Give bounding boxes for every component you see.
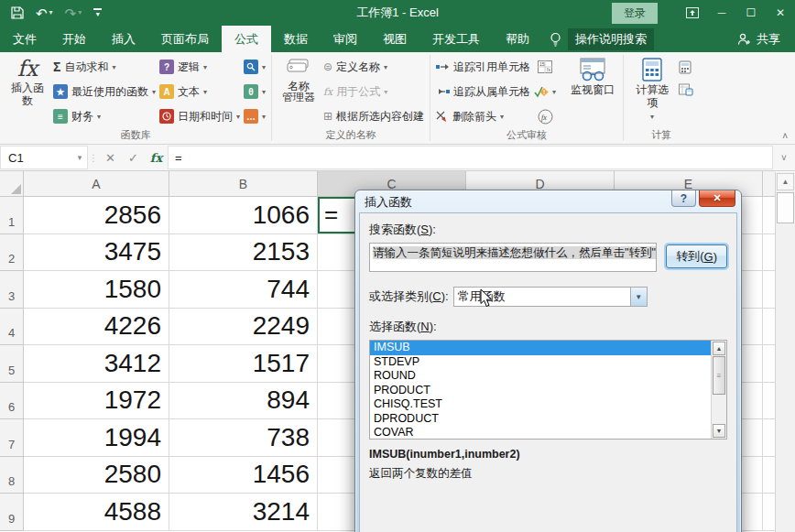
autosum-button[interactable]: Σ自动求和▾ — [53, 56, 156, 78]
sign-in-button[interactable]: 登录 — [612, 3, 658, 24]
row-header-6[interactable]: 6 — [0, 383, 24, 420]
text-button[interactable]: A文本▾ — [159, 81, 240, 103]
cell-a3[interactable]: 1580 — [24, 271, 169, 309]
row-header-2[interactable]: 2 — [0, 234, 24, 272]
error-checking-button[interactable]: !▾ — [534, 81, 556, 103]
show-formulas-button[interactable]: 15fx — [538, 56, 552, 78]
cell-a2[interactable]: 3475 — [24, 234, 169, 272]
go-button[interactable]: 转到(G) — [666, 244, 727, 268]
scroll-up-button[interactable]: ▲ — [777, 173, 794, 190]
list-item-stdevp[interactable]: STDEVP — [370, 355, 711, 370]
insert-function-button[interactable]: fx 插入函数 — [4, 55, 51, 107]
cell-f7[interactable] — [763, 419, 775, 457]
dialog-close-button[interactable]: ✕ — [699, 190, 735, 207]
cell-b7[interactable]: 738 — [169, 419, 318, 457]
ribbon-display-options-button[interactable] — [678, 0, 707, 26]
cell-f3[interactable] — [763, 271, 775, 309]
insert-function-fx-button[interactable]: fx — [145, 145, 168, 170]
tab-review[interactable]: 审阅 — [321, 26, 370, 52]
lookup-reference-button[interactable]: ▾ — [244, 56, 266, 78]
list-item-product[interactable]: PRODUCT — [370, 384, 711, 398]
tab-developer[interactable]: 开发工具 — [419, 26, 493, 52]
select-all-corner[interactable] — [0, 171, 24, 197]
date-time-button[interactable]: 日期和时间▾ — [159, 105, 240, 127]
calculate-now-button[interactable] — [679, 59, 693, 75]
tab-home[interactable]: 开始 — [49, 26, 99, 52]
cell-b6[interactable]: 894 — [169, 383, 318, 420]
row-header-1[interactable]: 1 — [0, 197, 24, 234]
dropdown-arrow-icon[interactable]: ▼ — [630, 288, 647, 306]
logical-button[interactable]: ?逻辑▾ — [159, 56, 240, 78]
listbox-scrollbar-thumb[interactable]: ≡ — [713, 356, 725, 395]
customize-qat-button[interactable]: ▾ — [93, 8, 102, 18]
collapse-ribbon-button[interactable]: ˄ — [782, 131, 788, 141]
calculate-sheet-button[interactable] — [679, 81, 693, 97]
define-name-button[interactable]: ⊜定义名称▾ — [323, 56, 424, 78]
maximize-button[interactable]: ☐ — [736, 0, 766, 26]
tab-view[interactable]: 视图 — [370, 26, 419, 52]
close-button[interactable]: ✕ — [766, 0, 795, 26]
dialog-title-bar[interactable]: 插入函数 ? ✕ — [359, 190, 737, 212]
cell-a1[interactable]: 2856 — [24, 197, 169, 234]
cell-a5[interactable]: 3412 — [24, 345, 169, 383]
cell-b9[interactable]: 3214 — [169, 494, 318, 531]
cell-b3[interactable]: 744 — [169, 271, 318, 309]
create-from-selection-button[interactable]: ⊞根据所选内容创建 — [323, 105, 424, 127]
financial-button[interactable]: ≡财务▾ — [53, 105, 156, 127]
tab-help[interactable]: 帮助 — [493, 26, 542, 52]
minimize-button[interactable]: ─ — [707, 0, 736, 26]
undo-button[interactable]: ↶▾ — [36, 6, 53, 20]
cell-a6[interactable]: 1972 — [24, 383, 169, 420]
scrollbar-thumb[interactable] — [777, 192, 794, 223]
cancel-entry-button[interactable]: ✕ — [99, 145, 122, 170]
vertical-scrollbar[interactable]: ▲ — [775, 172, 795, 532]
listbox-scrollbar[interactable]: ▲ ≡ ▼ — [711, 341, 726, 439]
tell-me-search[interactable]: 操作说明搜索 — [550, 26, 654, 52]
more-functions-button[interactable]: …▾ — [244, 105, 266, 127]
recent-functions-button[interactable]: ★最近使用的函数▾ — [53, 81, 156, 103]
evaluate-formula-button[interactable]: fx — [538, 105, 553, 127]
tab-data[interactable]: 数据 — [271, 26, 321, 52]
list-item-dproduct[interactable]: DPRODUCT — [370, 412, 711, 427]
use-in-formula-button[interactable]: fx用于公式▾ — [323, 81, 424, 103]
trace-precedents-button[interactable]: 追踪引用单元格 — [436, 56, 530, 78]
cell-f5[interactable] — [763, 345, 775, 383]
row-header-3[interactable]: 3 — [0, 271, 24, 309]
cell-f2[interactable] — [763, 234, 775, 272]
save-button[interactable] — [11, 6, 24, 19]
tab-formulas[interactable]: 公式 — [222, 26, 271, 52]
cell-f4[interactable] — [763, 309, 775, 346]
enter-entry-button[interactable]: ✓ — [122, 145, 145, 170]
cell-f1[interactable] — [763, 197, 775, 234]
cell-b1[interactable]: 1066 — [169, 197, 318, 234]
list-item-round[interactable]: ROUND — [370, 369, 711, 384]
formula-bar-drag-handle[interactable]: ⋮ — [88, 145, 99, 170]
search-function-input[interactable]: 请输入一条简短说明来描述您想做什么，然后单击"转到" — [369, 243, 657, 272]
tab-file[interactable]: 文件 — [0, 26, 49, 52]
remove-arrows-button[interactable]: 删除箭头▾ — [436, 105, 530, 127]
expand-formula-bar-button[interactable]: ˅ — [773, 145, 795, 170]
cell-a8[interactable]: 2580 — [24, 457, 169, 494]
row-header-9[interactable]: 9 — [0, 494, 24, 531]
dialog-help-button[interactable]: ? — [671, 190, 696, 207]
column-header-a[interactable]: A — [24, 171, 169, 197]
redo-button[interactable]: ↷▾ — [65, 6, 82, 20]
cell-a4[interactable]: 4226 — [24, 309, 169, 346]
cell-b4[interactable]: 2249 — [169, 309, 318, 346]
list-item-covar[interactable]: COVAR — [370, 426, 711, 440]
row-header-4[interactable]: 4 — [0, 309, 24, 346]
trace-dependents-button[interactable]: 追踪从属单元格 — [436, 81, 530, 103]
listbox-scroll-down-button[interactable]: ▼ — [713, 424, 725, 438]
list-item-chisq-test[interactable]: CHISQ.TEST — [370, 397, 711, 412]
listbox-scroll-up-button[interactable]: ▲ — [713, 342, 725, 355]
cell-b2[interactable]: 2153 — [169, 234, 318, 272]
cell-b8[interactable]: 1456 — [169, 457, 318, 494]
column-header-b[interactable]: B — [169, 171, 318, 197]
watch-window-button[interactable]: 监视窗口 — [566, 55, 619, 96]
name-box[interactable]: C1 ▾ — [0, 146, 88, 169]
listbox-scroll-track[interactable] — [712, 395, 726, 423]
row-header-7[interactable]: 7 — [0, 419, 24, 457]
cell-a7[interactable]: 1994 — [24, 419, 169, 457]
name-manager-button[interactable]: 名称 管理器 — [276, 55, 321, 103]
list-item-imsub[interactable]: IMSUB — [370, 341, 711, 355]
